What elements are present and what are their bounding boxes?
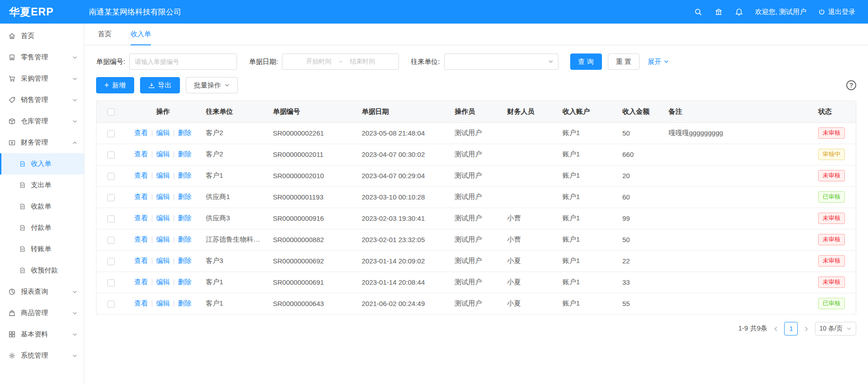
sidebar-subitem-payment-bill[interactable]: 付款单: [0, 217, 84, 238]
sidebar-subitem-transfer-bill[interactable]: 转账单: [0, 238, 84, 260]
delete-link[interactable]: 删除: [178, 150, 191, 158]
sidebar-subitem-income-bill[interactable]: 收入单: [0, 153, 84, 175]
row-checkbox[interactable]: [107, 279, 115, 287]
sidebar-subitem-receipt-bill[interactable]: 收款单: [0, 196, 84, 217]
date-cell: 2023-02-03 19:30:41: [356, 208, 449, 229]
view-link[interactable]: 查看: [135, 214, 148, 222]
sidebar-item-finance[interactable]: 财务管理: [0, 132, 84, 153]
add-button[interactable]: + 新增: [96, 77, 134, 93]
view-link[interactable]: 查看: [135, 299, 148, 307]
sidebar-item-sales[interactable]: 销售管理: [0, 89, 84, 111]
welcome-text[interactable]: 欢迎您, 测试用户: [755, 8, 806, 16]
table-row: 查看|编辑|删除客户2SR000000022612023-05-08 21:48…: [97, 122, 856, 144]
view-link[interactable]: 查看: [135, 235, 148, 243]
edit-link[interactable]: 编辑: [156, 129, 170, 136]
sidebar-subitem-advance-receipt[interactable]: 收预付款: [0, 260, 84, 281]
status-cell: 已审核: [813, 293, 856, 314]
date-range-picker[interactable]: 开始时间 ~ 结束时间: [282, 53, 399, 70]
export-button[interactable]: 导出: [140, 77, 180, 93]
sidebar-item-purchase[interactable]: 采购管理: [0, 68, 84, 89]
delete-link[interactable]: 删除: [178, 193, 191, 200]
edit-link[interactable]: 编辑: [156, 257, 170, 264]
expand-link[interactable]: 展开: [648, 58, 669, 66]
account-cell: 账户1: [557, 122, 617, 144]
delete-link[interactable]: 删除: [178, 299, 191, 307]
doc-icon: [19, 267, 26, 274]
search-button[interactable]: 查 询: [570, 53, 602, 70]
tab-income-bill[interactable]: 收入单: [131, 24, 151, 45]
edit-link[interactable]: 编辑: [156, 171, 170, 179]
help-icon[interactable]: ?: [846, 80, 856, 90]
sidebar-item-label: 首页: [21, 32, 78, 40]
select-all-checkbox[interactable]: [107, 108, 115, 116]
status-cell: 未审核: [813, 208, 856, 229]
view-link[interactable]: 查看: [135, 278, 148, 286]
delete-link[interactable]: 删除: [178, 171, 191, 179]
status-cell: 未审核: [813, 165, 856, 186]
finance-cell: 小夏: [502, 272, 557, 293]
sidebar-item-report[interactable]: 报表查询: [0, 281, 84, 302]
row-checkbox[interactable]: [107, 215, 115, 223]
bill-no-cell: SR00000000691: [267, 272, 356, 293]
row-checkbox[interactable]: [107, 237, 115, 244]
row-checkbox[interactable]: [107, 130, 115, 137]
delete-link[interactable]: 删除: [178, 129, 191, 136]
amount-cell: 33: [617, 272, 663, 293]
edit-link[interactable]: 编辑: [156, 299, 170, 307]
bell-icon[interactable]: [735, 8, 743, 16]
batch-button[interactable]: 批量操作: [186, 77, 238, 93]
view-link[interactable]: 查看: [135, 257, 148, 264]
edit-link[interactable]: 编辑: [156, 235, 170, 243]
sidebar-item-warehouse[interactable]: 仓库管理: [0, 111, 84, 132]
delete-link[interactable]: 删除: [178, 278, 191, 286]
sidebar-item-system[interactable]: 系统管理: [0, 345, 84, 366]
edit-link[interactable]: 编辑: [156, 193, 170, 200]
logout-button[interactable]: 退出登录: [818, 8, 855, 16]
op-separator: |: [173, 150, 175, 158]
view-link[interactable]: 查看: [135, 193, 148, 200]
partner-select[interactable]: [444, 53, 558, 70]
row-checkbox[interactable]: [107, 301, 115, 308]
op-separator: |: [173, 129, 175, 136]
edit-link[interactable]: 编辑: [156, 278, 170, 286]
edit-link[interactable]: 编辑: [156, 150, 170, 158]
sidebar-subitem-label: 收入单: [31, 160, 78, 168]
next-page-button[interactable]: ›: [804, 324, 809, 334]
finance-cell: [502, 144, 557, 165]
op-separator: |: [173, 193, 175, 200]
op-separator: |: [151, 278, 153, 286]
view-link[interactable]: 查看: [135, 150, 148, 158]
current-page-button[interactable]: 1: [784, 322, 798, 335]
bank-icon[interactable]: [714, 8, 723, 16]
pagination-total: 1-9 共9条: [738, 324, 767, 333]
sidebar-item-home[interactable]: 首页: [0, 25, 84, 47]
page-size-select[interactable]: 10 条/页: [815, 322, 856, 335]
remark-cell: [663, 165, 813, 186]
partner-cell: 客户2: [200, 144, 267, 165]
sidebar-item-retail[interactable]: 零售管理: [0, 47, 84, 68]
sidebar-item-goods[interactable]: 商品管理: [0, 302, 84, 324]
delete-link[interactable]: 删除: [178, 235, 191, 243]
delete-link[interactable]: 删除: [178, 214, 191, 222]
bill-no-cell: SR00000002010: [267, 165, 356, 186]
finance-cell: [502, 186, 557, 208]
edit-link[interactable]: 编辑: [156, 214, 170, 222]
row-checkbox[interactable]: [107, 194, 115, 201]
view-link[interactable]: 查看: [135, 171, 148, 179]
tab-home[interactable]: 首页: [98, 24, 112, 45]
bill-no-input[interactable]: [129, 53, 237, 70]
date-label: 单据日期:: [249, 58, 278, 66]
reset-button[interactable]: 重 置: [608, 53, 640, 70]
row-checkbox[interactable]: [107, 258, 115, 265]
sidebar-subitem-expense-bill[interactable]: 支出单: [0, 175, 84, 196]
row-checkbox[interactable]: [107, 151, 115, 159]
table-row: 查看|编辑|删除江苏德鲁生物科技有限...SR000000008822023-0…: [97, 229, 856, 250]
table-row: 查看|编辑|删除供应商3SR000000009162023-02-03 19:3…: [97, 208, 856, 229]
sidebar-item-basic[interactable]: 基本资料: [0, 324, 84, 345]
row-checkbox[interactable]: [107, 173, 115, 180]
search-icon[interactable]: [694, 8, 703, 16]
view-link[interactable]: 查看: [135, 129, 148, 136]
prev-page-button[interactable]: ‹: [773, 324, 778, 334]
delete-link[interactable]: 删除: [178, 257, 191, 264]
status-badge: 未审核: [818, 277, 845, 287]
